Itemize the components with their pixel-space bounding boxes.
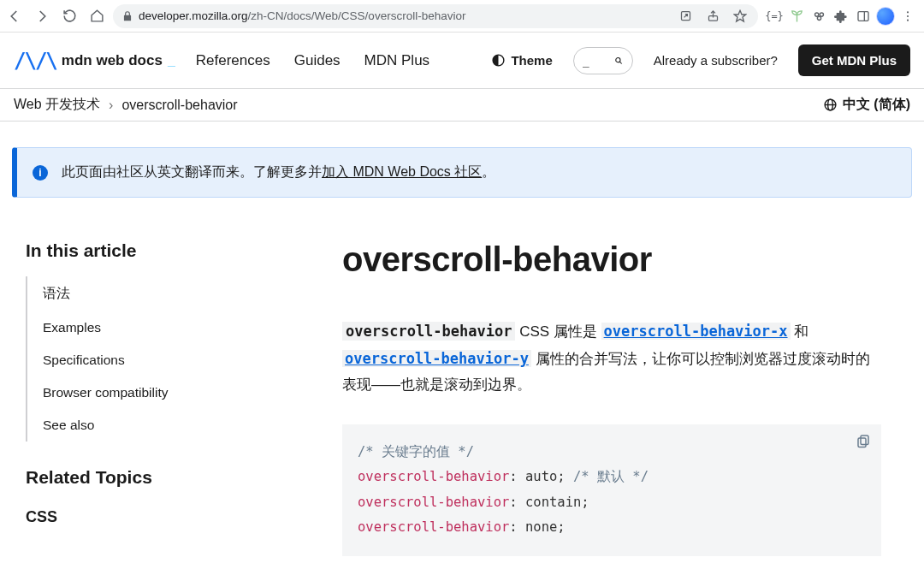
breadcrumb-root[interactable]: Web 开发技术	[14, 96, 100, 114]
menu-dots-icon[interactable]	[897, 5, 919, 27]
get-plus-button[interactable]: Get MDN Plus	[798, 44, 910, 76]
copy-icon[interactable]	[856, 433, 871, 448]
svg-rect-6	[858, 11, 868, 21]
toc-item[interactable]: Browser compatibility	[27, 376, 303, 409]
language-label: 中文 (简体)	[843, 96, 910, 114]
related-topics-title: Related Topics	[26, 467, 303, 488]
theme-toggle[interactable]: Theme	[491, 53, 552, 68]
extensions-icon[interactable]	[830, 5, 852, 27]
search-field[interactable]	[573, 47, 633, 74]
url-text: developer.mozilla.org/zh-CN/docs/Web/CSS…	[139, 9, 669, 22]
address-bar[interactable]: developer.mozilla.org/zh-CN/docs/Web/CSS…	[113, 4, 758, 28]
primary-nav: References Guides MDN Plus	[196, 52, 429, 69]
theme-label: Theme	[511, 53, 552, 68]
breadcrumb: Web 开发技术 › overscroll-behavior 中文 (简体)	[0, 89, 924, 122]
mdn-logo[interactable]: /\/\ mdn web docs _	[14, 49, 175, 73]
mdn-logo-text: mdn web docs	[62, 52, 163, 69]
svg-point-12	[616, 57, 620, 62]
chevron-right-icon: ›	[109, 98, 113, 113]
profile-avatar[interactable]	[874, 5, 897, 27]
search-icon	[614, 54, 624, 68]
mdn-logo-cursor: _	[168, 53, 175, 68]
home-button[interactable]	[86, 5, 108, 27]
forward-button[interactable]	[31, 5, 53, 27]
related-css-link[interactable]: CSS	[26, 508, 303, 526]
back-button[interactable]	[3, 5, 26, 27]
plant-icon[interactable]	[785, 5, 808, 27]
translation-banner: i 此页面由社区从英文翻译而来。了解更多并加入 MDN Web Docs 社区。	[12, 147, 912, 198]
chrome-right-icons: {=}	[763, 5, 919, 27]
search-input[interactable]	[583, 54, 610, 68]
subscriber-link[interactable]: Already a subscriber?	[654, 53, 778, 68]
globe-icon	[823, 98, 838, 112]
summary-paragraph: overscroll-behavior CSS 属性是 overscroll-b…	[342, 318, 881, 399]
open-external-icon[interactable]	[674, 5, 696, 27]
svg-rect-17	[861, 436, 868, 445]
toc-item[interactable]: See also	[27, 409, 303, 442]
code-term: overscroll-behavior	[342, 322, 515, 341]
sidebar: In this article 语法 Examples Specificatio…	[21, 240, 303, 556]
side-panel-icon[interactable]	[852, 5, 874, 27]
svg-point-3	[814, 13, 818, 16]
mdn-header: /\/\ mdn web docs _ References Guides MD…	[0, 33, 924, 89]
code-block: /* 关键字的值 */ overscroll-behavior: auto; /…	[342, 424, 881, 556]
svg-line-13	[620, 62, 622, 63]
svg-point-4	[820, 13, 823, 16]
link-overscroll-y[interactable]: overscroll-behavior-y	[342, 350, 531, 367]
breadcrumb-page[interactable]: overscroll-behavior	[121, 98, 237, 113]
browser-chrome: developer.mozilla.org/zh-CN/docs/Web/CSS…	[0, 0, 924, 33]
cloud-icon[interactable]	[808, 5, 830, 27]
toc-item[interactable]: 语法	[27, 276, 303, 311]
share-icon[interactable]	[702, 5, 724, 27]
reload-button[interactable]	[58, 5, 80, 27]
mdn-logo-glyph: /\/\	[14, 49, 56, 73]
banner-text-2: 。	[482, 164, 495, 179]
toc-item[interactable]: Examples	[27, 311, 303, 344]
banner-text-1: 此页面由社区从英文翻译而来。了解更多并	[62, 164, 322, 179]
banner-link[interactable]: 加入 MDN Web Docs 社区	[322, 164, 482, 179]
svg-point-10	[907, 19, 909, 21]
in-this-article-title: In this article	[26, 240, 303, 261]
nav-guides[interactable]: Guides	[294, 52, 341, 69]
url-host: developer.mozilla.org	[139, 9, 248, 22]
url-path: /zh-CN/docs/Web/CSS/overscroll-behavior	[248, 9, 466, 22]
language-picker[interactable]: 中文 (简体)	[823, 96, 910, 114]
svg-marker-2	[734, 10, 745, 21]
bookmark-star-icon[interactable]	[729, 5, 751, 27]
nav-plus[interactable]: MDN Plus	[364, 52, 430, 69]
nav-references[interactable]: References	[196, 52, 270, 69]
info-icon: i	[33, 165, 48, 181]
toc: 语法 Examples Specifications Browser compa…	[26, 276, 303, 442]
svg-point-9	[907, 15, 909, 16]
svg-point-5	[817, 16, 820, 20]
article: overscroll-behavior overscroll-behavior …	[342, 240, 903, 556]
link-overscroll-x[interactable]: overscroll-behavior-x	[601, 323, 791, 340]
lock-icon	[121, 10, 133, 22]
svg-point-8	[907, 11, 909, 13]
toc-item[interactable]: Specifications	[27, 344, 303, 376]
svg-rect-18	[858, 438, 866, 447]
page-title: overscroll-behavior	[342, 240, 881, 279]
devtools-icon[interactable]: {=}	[763, 5, 785, 27]
